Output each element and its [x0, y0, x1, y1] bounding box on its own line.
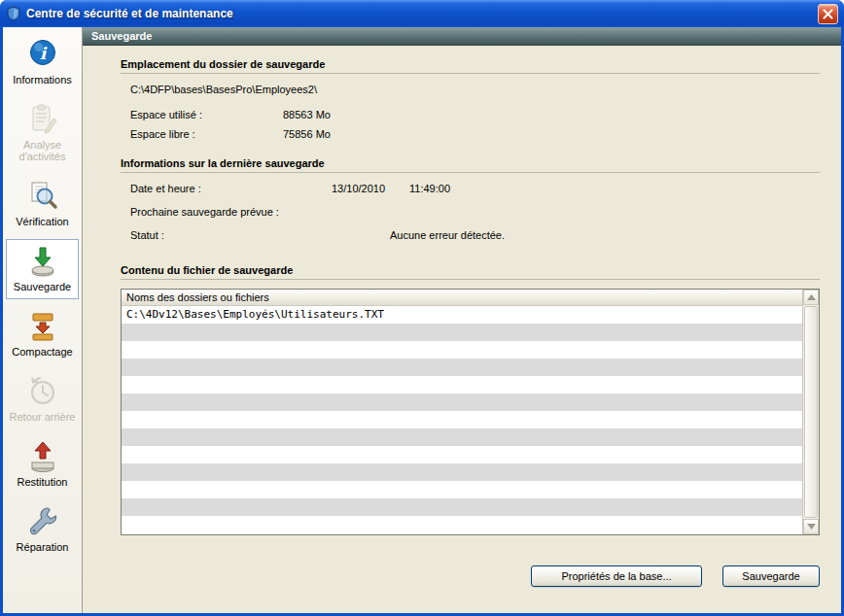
sidebar-item-label: Compactage — [12, 346, 72, 358]
backup-button[interactable]: Sauvegarde — [722, 565, 820, 587]
backup-folder-path: C:\4DFP\bases\BasesPro\Employees2\ — [130, 83, 820, 96]
sidebar-item-label: Vérification — [16, 216, 68, 227]
scroll-up-button[interactable] — [803, 290, 819, 305]
sidebar: i Informations Analyse d'activi — [3, 27, 83, 613]
magnifier-icon — [26, 180, 59, 213]
maintenance-center-window: Centre de sécurité et de maintenance i — [0, 0, 844, 616]
free-space-value: 75856 Mo — [283, 127, 331, 141]
table-row — [122, 428, 802, 446]
table-column-header[interactable]: Noms des dossiers ou fichiers — [122, 290, 802, 306]
restore-icon — [26, 440, 59, 473]
status-label: Statut : — [130, 228, 390, 242]
sidebar-item-label: Informations — [13, 74, 72, 86]
scrollbar-track[interactable] — [803, 305, 819, 519]
section-title: Contenu du fichier de sauvegarde — [121, 263, 820, 277]
backup-content-table: Noms des dossiers ou fichiers C:\4Dv12\B… — [121, 289, 820, 535]
table-row — [122, 324, 802, 341]
sidebar-item-informations[interactable]: i Informations — [6, 32, 79, 92]
close-button[interactable] — [818, 4, 838, 24]
table-row — [122, 376, 802, 394]
section-divider — [121, 73, 820, 74]
table-body: Noms des dossiers ou fichiers C:\4Dv12\B… — [122, 290, 802, 534]
section-title: Emplacement du dossier de sauvegarde — [121, 57, 820, 71]
sidebar-item-restitution[interactable]: Restitution — [6, 434, 79, 495]
sidebar-item-retour-arriere: Retour arrière — [6, 369, 79, 429]
used-space-label: Espace utilisé : — [130, 108, 283, 121]
sidebar-item-label: Analyse d'activités — [8, 139, 77, 162]
used-space-value: 88563 Mo — [283, 108, 331, 121]
table-row — [122, 463, 802, 481]
next-backup-label: Prochaine sauvegarde prévue : — [130, 205, 279, 219]
sidebar-item-verification[interactable]: Vérification — [6, 174, 79, 234]
section-backup-location: Emplacement du dossier de sauvegarde C:\… — [121, 57, 820, 147]
wrench-icon — [26, 505, 59, 538]
sidebar-item-reparation[interactable]: Réparation — [6, 499, 79, 560]
last-backup-time-value: 11:49:00 — [409, 182, 450, 195]
section-divider — [121, 279, 820, 280]
sidebar-item-label: Retour arrière — [10, 411, 76, 423]
window-title: Centre de sécurité et de maintenance — [26, 7, 813, 20]
database-properties-button[interactable]: Propriétés de la base... — [531, 565, 702, 587]
table-row — [122, 411, 802, 428]
free-space-label: Espace libre : — [130, 127, 283, 141]
close-icon — [823, 9, 833, 19]
activity-analysis-icon — [26, 103, 59, 136]
table-row — [122, 516, 802, 533]
table-row — [122, 498, 802, 516]
client-area: i Informations Analyse d'activi — [3, 27, 841, 613]
table-row — [122, 481, 802, 498]
table-row — [122, 341, 802, 359]
backup-icon — [26, 245, 59, 278]
last-backup-date-value: 13/10/2010 — [332, 182, 409, 195]
page-header: Sauvegarde — [83, 27, 841, 46]
rollback-clock-icon — [26, 375, 59, 408]
sidebar-item-analyse-activites: Analyse d'activités — [6, 97, 79, 169]
table-row — [122, 394, 802, 411]
vertical-scrollbar[interactable] — [802, 290, 819, 534]
section-divider — [121, 172, 820, 173]
section-backup-content: Contenu du fichier de sauvegarde — [121, 263, 820, 289]
info-icon: i — [26, 38, 59, 71]
sidebar-item-compactage[interactable]: Compactage — [6, 304, 79, 364]
section-title: Informations sur la dernière sauvegarde — [121, 156, 820, 170]
page-title: Sauvegarde — [91, 30, 152, 42]
window-icon — [6, 6, 21, 21]
status-value: Aucune erreur détectée. — [390, 228, 505, 242]
file-path-cell: C:\4Dv12\Bases\Employés\Utilisateurs.TXT — [126, 308, 384, 321]
compact-icon — [26, 310, 59, 343]
last-backup-date-label: Date et heure : — [130, 182, 332, 195]
sidebar-item-sauvegarde[interactable]: Sauvegarde — [6, 239, 79, 299]
titlebar[interactable]: Centre de sécurité et de maintenance — [0, 0, 844, 27]
footer-buttons: Propriétés de la base... Sauvegarde — [121, 565, 820, 587]
scrollbar-thumb[interactable] — [804, 306, 818, 518]
page-content: Emplacement du dossier de sauvegarde C:\… — [83, 46, 841, 613]
arrow-down-icon — [807, 524, 816, 530]
scroll-down-button[interactable] — [803, 519, 819, 534]
table-row — [122, 359, 802, 376]
table-row — [122, 446, 802, 463]
sidebar-item-label: Sauvegarde — [14, 281, 71, 292]
section-last-backup: Informations sur la dernière sauvegarde … — [121, 156, 820, 252]
table-row[interactable]: C:\4Dv12\Bases\Employés\Utilisateurs.TXT — [122, 306, 802, 324]
sidebar-item-label: Réparation — [17, 541, 69, 553]
arrow-up-icon — [807, 294, 816, 300]
sidebar-item-label: Restitution — [18, 476, 68, 488]
main-panel: Sauvegarde Emplacement du dossier de sau… — [83, 27, 841, 613]
